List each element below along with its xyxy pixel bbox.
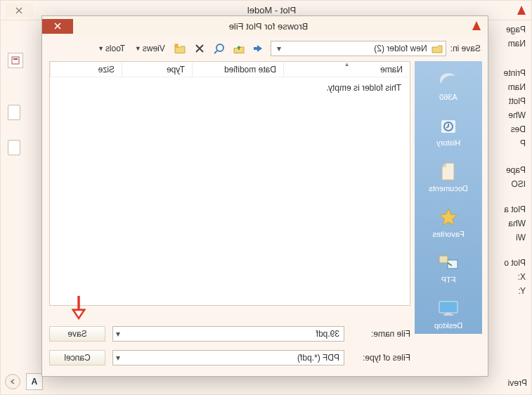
autocad-icon: [516, 5, 527, 16]
file-type-label: Files of type:: [351, 353, 410, 363]
save-in-combo[interactable]: New folder (2) ▾: [271, 41, 446, 56]
up-one-level-button[interactable]: [231, 41, 247, 56]
chevron-down-icon: ▼: [98, 45, 104, 52]
browse-bottom-fields: File name: 39.pdf ▾ Save Files of type: …: [49, 324, 410, 369]
col-name[interactable]: ▲ Name: [283, 62, 410, 77]
browse-close-button[interactable]: [42, 19, 73, 34]
col-size-label: Size: [98, 65, 115, 75]
plot-left-labels: Page Nam Printe Nam Plott Whe Des P Pape…: [498, 25, 526, 296]
tools-dropdown[interactable]: Tools ▼: [95, 44, 128, 53]
places-bar: A360 History Documents Favorites FTP Des…: [415, 61, 482, 334]
bg-label: Whe: [498, 110, 526, 120]
back-button[interactable]: [251, 41, 266, 56]
place-history[interactable]: History: [436, 115, 461, 147]
sort-asc-icon: ▲: [344, 61, 350, 67]
save-button-label: Save: [67, 329, 86, 339]
bg-label: P: [498, 138, 526, 148]
views-label: Views: [143, 44, 165, 53]
place-label: Desktop: [434, 321, 462, 330]
svg-rect-10: [439, 302, 458, 313]
svg-point-3: [216, 44, 223, 51]
svg-rect-12: [443, 314, 453, 316]
svg-point-5: [174, 44, 179, 48]
bg-label: Plot o: [498, 258, 526, 268]
preview-icon-button[interactable]: A: [26, 373, 43, 390]
svg-rect-2: [254, 47, 258, 50]
place-ftp[interactable]: FTP: [436, 252, 461, 284]
documents-icon: [436, 161, 461, 182]
page-setup-icon[interactable]: [8, 53, 23, 68]
history-icon: [436, 115, 461, 136]
more-options-button[interactable]: [5, 374, 20, 389]
svg-rect-9: [439, 256, 448, 263]
save-button[interactable]: Save: [49, 326, 105, 342]
empty-folder-message: This folder is empty.: [50, 77, 410, 98]
col-date-label: Date modified: [224, 65, 276, 75]
views-dropdown[interactable]: Views ▼: [132, 44, 168, 53]
cancel-button[interactable]: Cancel: [49, 350, 105, 365]
svg-rect-1: [13, 58, 18, 60]
browse-dialog: Browse for Plot File Save in: New folder…: [41, 15, 488, 377]
bg-dropdown[interactable]: [8, 105, 20, 120]
bg-label: Nam: [498, 82, 526, 92]
place-label: FTP: [441, 276, 456, 284]
bg-label: Nam: [498, 39, 526, 48]
chevron-down-icon: ▾: [113, 353, 123, 363]
svg-rect-11: [446, 313, 451, 314]
bg-label: ISO: [498, 179, 526, 189]
file-type-select[interactable]: PDF (*.pdf) ▾: [112, 350, 344, 365]
a360-icon: [436, 70, 461, 91]
place-label: History: [436, 138, 460, 147]
new-folder-button[interactable]: [172, 41, 188, 56]
file-list-pane[interactable]: ▲ Name Date modified Type Size This fold…: [49, 61, 410, 306]
chevron-down-icon: ▾: [274, 44, 284, 53]
plot-title: Plot - Model: [33, 5, 510, 15]
file-name-label: File name:: [351, 329, 410, 339]
place-label: Documents: [429, 184, 468, 193]
chevron-down-icon: ▼: [135, 45, 141, 52]
bg-label: Wi: [498, 233, 526, 242]
chevron-down-icon: ▾: [113, 329, 123, 339]
svg-line-4: [214, 51, 217, 53]
file-list-header: ▲ Name Date modified Type Size: [50, 62, 410, 77]
place-documents[interactable]: Documents: [429, 161, 468, 193]
bg-label: Y:: [498, 286, 526, 296]
col-type-label: Type: [167, 65, 185, 75]
annotation-arrow: [70, 294, 87, 318]
desktop-icon: [436, 298, 461, 319]
save-in-value: New folder (2): [288, 44, 427, 53]
file-type-value: PDF (*.pdf): [123, 353, 344, 363]
bg-label: Printe: [498, 68, 526, 78]
bg-label: Des: [498, 124, 526, 134]
favorites-icon: [436, 207, 461, 228]
svg-rect-0: [12, 57, 19, 64]
col-date[interactable]: Date modified: [192, 62, 283, 77]
place-desktop[interactable]: Desktop: [434, 298, 462, 330]
search-web-button[interactable]: [212, 41, 227, 56]
place-label: A360: [439, 93, 458, 101]
browse-titlebar: Browse for Plot File: [42, 16, 488, 36]
bg-label: Plott: [498, 96, 526, 106]
bg-label: Plot a: [498, 205, 526, 214]
delete-button[interactable]: [192, 41, 207, 56]
preview-label: Previ: [508, 378, 527, 388]
place-a360[interactable]: A360: [436, 70, 461, 101]
autocad-icon: [471, 20, 482, 32]
browse-toolbar: Save in: New folder (2) ▾ Views ▼ Too: [42, 36, 488, 61]
bg-label: Page: [498, 25, 526, 34]
col-size[interactable]: Size: [50, 62, 122, 77]
place-favorites[interactable]: Favorites: [432, 207, 464, 238]
cancel-button-label: Cancel: [64, 353, 90, 363]
save-in-label: Save in:: [450, 44, 481, 53]
folder-icon: [432, 44, 443, 53]
bg-label: X:: [498, 272, 526, 282]
place-label: Favorites: [432, 230, 464, 238]
browse-title: Browse for Plot File: [73, 21, 464, 32]
tools-label: Tools: [105, 44, 125, 53]
bg-dropdown[interactable]: [8, 140, 20, 155]
bg-label: Pape: [498, 165, 526, 175]
plot-bottom-strip: Previ: [5, 376, 527, 390]
plot-close-button[interactable]: [5, 4, 33, 18]
file-name-input[interactable]: 39.pdf ▾: [112, 326, 344, 342]
col-type[interactable]: Type: [122, 62, 192, 77]
